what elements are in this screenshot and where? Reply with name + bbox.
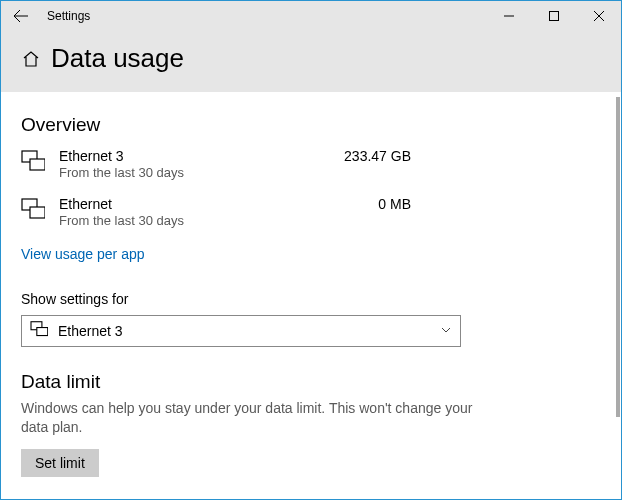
- svg-rect-7: [30, 207, 45, 218]
- network-name: Ethernet 3: [59, 148, 184, 164]
- network-item: Ethernet From the last 30 days 0 MB: [21, 196, 601, 228]
- scrollbar[interactable]: [616, 97, 620, 417]
- back-button[interactable]: [1, 1, 41, 31]
- minimize-button[interactable]: [486, 1, 531, 31]
- header: Data usage: [1, 31, 621, 92]
- network-name: Ethernet: [59, 196, 184, 212]
- window-controls: [486, 1, 621, 31]
- svg-rect-5: [30, 159, 45, 170]
- set-limit-button[interactable]: Set limit: [21, 449, 99, 477]
- maximize-icon: [549, 11, 559, 21]
- chevron-down-icon: [440, 322, 452, 340]
- home-icon[interactable]: [21, 49, 41, 69]
- back-arrow-icon: [13, 8, 29, 24]
- data-limit-description: Windows can help you stay under your dat…: [21, 399, 501, 437]
- ethernet-icon: [21, 150, 49, 176]
- svg-rect-1: [549, 12, 558, 21]
- ethernet-icon: [21, 198, 49, 224]
- settings-for-dropdown[interactable]: Ethernet 3: [21, 315, 461, 347]
- titlebar: Settings: [1, 1, 621, 31]
- network-sublabel: From the last 30 days: [59, 213, 184, 228]
- close-button[interactable]: [576, 1, 621, 31]
- network-value: 233.47 GB: [344, 148, 411, 164]
- view-usage-link[interactable]: View usage per app: [21, 246, 145, 262]
- minimize-icon: [504, 11, 514, 21]
- network-item: Ethernet 3 From the last 30 days 233.47 …: [21, 148, 601, 180]
- window-title: Settings: [47, 9, 90, 23]
- ethernet-icon: [30, 321, 48, 341]
- close-icon: [594, 11, 604, 21]
- dropdown-selected: Ethernet 3: [58, 323, 123, 339]
- maximize-button[interactable]: [531, 1, 576, 31]
- svg-rect-9: [37, 328, 48, 336]
- content: Overview Ethernet 3 From the last 30 day…: [1, 92, 621, 497]
- page-title: Data usage: [51, 43, 184, 74]
- overview-heading: Overview: [21, 114, 601, 136]
- data-limit-heading: Data limit: [21, 371, 601, 393]
- settings-for-label: Show settings for: [21, 291, 601, 307]
- network-sublabel: From the last 30 days: [59, 165, 184, 180]
- network-value: 0 MB: [378, 196, 411, 212]
